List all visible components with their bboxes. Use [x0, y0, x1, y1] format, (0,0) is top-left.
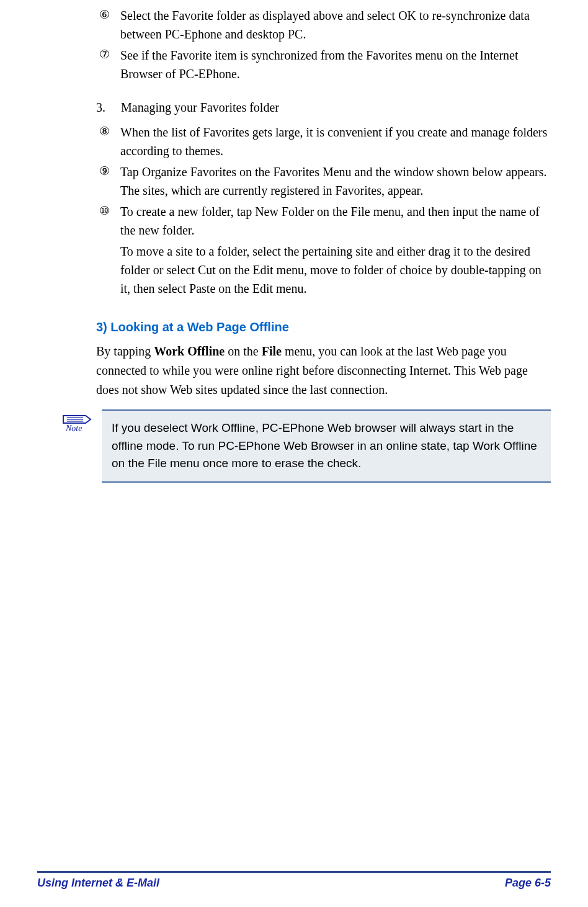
note-icon: Note: [62, 409, 97, 483]
list-text: When the list of Favorites gets large, i…: [120, 123, 551, 160]
list-text: To move a site to a folder, select the p…: [120, 242, 551, 298]
blank-marker: [99, 242, 120, 298]
section-heading: 3) Looking at a Web Page Offline: [37, 320, 551, 334]
list-item: To move a site to a folder, select the p…: [37, 242, 551, 298]
note-box: If you deselect Work Offline, PC-EPhone …: [102, 409, 551, 483]
list-text: See if the Favorite item is synchronized…: [120, 46, 551, 83]
circled-8-marker: ⑧: [99, 123, 120, 160]
list-text: Select the Favorite folder as displayed …: [120, 6, 551, 43]
circled-9-marker: ⑨: [99, 163, 120, 200]
para-text: By tapping: [96, 344, 154, 358]
note-label: Note: [65, 424, 82, 433]
list-item: ⑥ Select the Favorite folder as displaye…: [37, 6, 551, 43]
circled-6-marker: ⑥: [99, 6, 120, 43]
footer-left: Using Internet & E-Mail: [37, 877, 159, 890]
numbered-text: Managing your Favorites folder: [121, 98, 279, 117]
page-content: ⑥ Select the Favorite folder as displaye…: [0, 0, 588, 483]
circled-10-marker: ⑩: [99, 202, 120, 239]
number-3-marker: 3.: [96, 98, 121, 117]
note-text: If you deselect Work Offline, PC-EPhone …: [112, 421, 537, 470]
para-bold: File: [262, 344, 282, 358]
list-item: ⑩ To create a new folder, tap New Folder…: [37, 202, 551, 239]
footer-rule: [37, 871, 551, 873]
note-block: Note If you deselect Work Offline, PC-EP…: [62, 409, 551, 483]
list-item: ⑦ See if the Favorite item is synchroniz…: [37, 46, 551, 83]
footer-right: Page 6-5: [505, 877, 551, 890]
list-text: To create a new folder, tap New Folder o…: [120, 202, 551, 239]
page-footer: Using Internet & E-Mail Page 6-5: [0, 871, 588, 890]
para-text: on the: [225, 344, 261, 358]
list-item: ⑧ When the list of Favorites gets large,…: [37, 123, 551, 160]
numbered-item: 3. Managing your Favorites folder: [37, 98, 551, 117]
list-item: ⑨ Tap Organize Favorites on the Favorite…: [37, 163, 551, 200]
circled-7-marker: ⑦: [99, 46, 120, 83]
para-bold: Work Offline: [154, 344, 225, 358]
list-text: Tap Organize Favorites on the Favorites …: [120, 163, 551, 200]
section-paragraph: By tapping Work Offline on the File menu…: [37, 342, 551, 400]
